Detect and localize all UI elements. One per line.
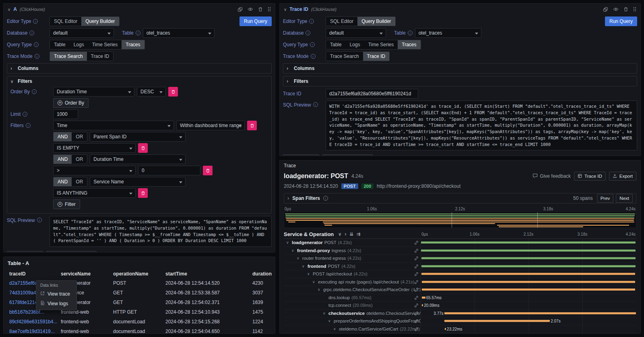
filter-operator-select[interactable]: >	[53, 166, 136, 175]
link-icon[interactable]	[414, 272, 419, 277]
hide-query-icon[interactable]	[248, 7, 253, 11]
span-bar[interactable]	[421, 273, 635, 275]
trace-mode-id[interactable]: Trace ID	[87, 52, 114, 61]
link-icon[interactable]	[414, 327, 419, 332]
table-select[interactable]: otel_traces	[415, 28, 481, 38]
query-type-logs[interactable]: Logs	[70, 40, 88, 49]
chevron-down-icon[interactable]	[284, 7, 287, 12]
filter-time-range-select[interactable]: Within dashboard time range	[176, 121, 245, 130]
cell-traceID[interactable]: 89cf4286e631591b4...	[8, 317, 59, 327]
bool-or[interactable]: OR	[72, 177, 87, 186]
query-type-logs[interactable]: Logs	[346, 40, 364, 49]
run-query-button[interactable]: Run Query	[605, 16, 637, 26]
cell-traceID[interactable]: 8ae7cefb19d31419...	[8, 327, 59, 334]
trace-id-input[interactable]	[326, 89, 418, 99]
editor-type-query-builder[interactable]: Query Builder	[81, 17, 119, 26]
bool-or[interactable]: OR	[72, 155, 87, 164]
query-type-traces[interactable]: Traces	[398, 40, 420, 49]
chevron-down-icon[interactable]	[302, 264, 306, 268]
drag-handle-icon[interactable]	[633, 7, 636, 12]
chevron-down-icon[interactable]	[307, 272, 311, 276]
chevron-down-icon[interactable]	[8, 7, 10, 12]
bool-or[interactable]: OR	[72, 132, 87, 141]
link-icon[interactable]	[414, 288, 419, 293]
link-icon[interactable]	[414, 303, 419, 308]
filter-operator-select[interactable]: IS EMPTY	[53, 143, 136, 153]
table-select[interactable]: otel_traces	[143, 28, 215, 38]
trace-mode-search[interactable]: Trace Search	[50, 52, 87, 61]
span-bar[interactable]	[421, 265, 636, 267]
query-type-table[interactable]: Table	[50, 40, 70, 49]
span-bar[interactable]	[422, 296, 425, 298]
drag-handle-icon[interactable]	[268, 7, 271, 12]
add-filter-button[interactable]: Filter	[53, 199, 80, 209]
query-type-table[interactable]: Table	[326, 40, 346, 49]
span-row[interactable]: grpc.oteldemo.CheckoutService/PlaceOrder…	[284, 286, 636, 294]
chevron-down-icon[interactable]	[333, 327, 337, 331]
remove-filter-button[interactable]	[138, 188, 148, 198]
menu-item-view-logs[interactable]: View logs	[36, 299, 76, 308]
span-row[interactable]: loadgeneratorPOST(4.23s)	[284, 239, 636, 247]
span-row[interactable]: frontendPOST(4.22s)	[284, 263, 636, 271]
span-bar[interactable]	[421, 257, 636, 259]
span-row[interactable]: router frontend egress(4.22s)	[284, 255, 636, 263]
collapse-one-icon[interactable]	[338, 232, 341, 237]
next-button[interactable]: Next	[616, 194, 633, 203]
filter-operator-select[interactable]: IS ANYTHING	[53, 188, 136, 198]
query-type-time-series[interactable]: Time Series	[364, 40, 398, 49]
editor-type-query-builder[interactable]: Query Builder	[357, 17, 395, 26]
prev-button[interactable]: Prev	[597, 194, 614, 203]
order-by-field-select[interactable]: Duration Time	[53, 87, 134, 97]
span-row[interactable]: tcp.connect(20.09ms)20.09ms	[284, 302, 636, 310]
column-header-serviceName[interactable]: serviceName	[59, 269, 111, 278]
chevron-down-icon[interactable]	[318, 288, 322, 292]
filters-section-header[interactable]: Filters	[7, 76, 271, 86]
columns-section-header[interactable]: Columns	[283, 64, 637, 73]
trace-id-button[interactable]: Trace ID	[574, 172, 606, 181]
bool-and[interactable]: AND	[54, 132, 72, 141]
editor-type-sql-editor[interactable]: SQL Editor	[326, 17, 357, 26]
span-row[interactable]: checkoutserviceoteldemo.CheckoutService/…	[284, 310, 636, 318]
link-icon[interactable]	[414, 240, 419, 246]
chevron-down-icon[interactable]	[323, 311, 327, 315]
span-bar[interactable]	[444, 312, 636, 314]
trace-mode-search[interactable]: Trace Search	[326, 52, 363, 61]
minimap-cursor[interactable]	[537, 212, 538, 228]
span-row[interactable]: cartserviceoteldemo.CartService/GetCart	[284, 333, 636, 333]
remove-query-icon[interactable]	[623, 7, 628, 12]
span-bar[interactable]	[422, 304, 423, 306]
span-filters-title[interactable]: Span Filters	[292, 195, 320, 201]
editor-type-sql-editor[interactable]: SQL Editor	[50, 17, 81, 26]
span-row[interactable]: frontend-proxyingress(4.22s)	[284, 247, 636, 255]
link-icon[interactable]	[414, 264, 419, 269]
column-header-startTime[interactable]: startTime	[164, 269, 251, 278]
span-bar[interactable]	[445, 328, 446, 330]
filter-field-select[interactable]: Parent Span ID	[90, 132, 186, 142]
run-query-button[interactable]: Run Query	[239, 16, 272, 26]
span-row[interactable]: oteldemo.CartService/GetCart(23.22ms)23.…	[284, 325, 636, 333]
span-row[interactable]: POST /api/checkout(4.22s)	[284, 270, 636, 278]
filter-field-select[interactable]: Duration Time	[90, 154, 186, 164]
bool-and[interactable]: AND	[54, 155, 72, 164]
trace-minimap[interactable]	[284, 212, 636, 228]
query-inspector-button[interactable]: Query inspector	[322, 154, 373, 156]
span-bar[interactable]	[422, 289, 635, 291]
filters-section-header[interactable]: Filters	[283, 76, 637, 86]
column-header-duration[interactable]: duration	[251, 269, 271, 278]
minimap-cursor[interactable]	[452, 212, 452, 228]
chevron-down-icon[interactable]	[286, 240, 290, 245]
database-select[interactable]: default	[326, 28, 386, 38]
span-bar[interactable]	[444, 320, 550, 322]
chevron-down-icon[interactable]	[291, 249, 295, 253]
span-bar[interactable]	[422, 281, 635, 283]
column-header-operationName[interactable]: operationName	[111, 269, 164, 278]
span-row[interactable]: executing api route (pages) /api/checkou…	[284, 278, 636, 286]
column-header-traceID[interactable]: traceID	[8, 269, 59, 278]
database-select[interactable]: default	[50, 28, 114, 38]
remove-filter-button[interactable]	[247, 121, 257, 130]
chevron-down-icon[interactable]	[297, 256, 301, 260]
export-button[interactable]: Export	[609, 172, 636, 181]
chevron-right-icon[interactable]	[287, 196, 289, 201]
remove-filter-button[interactable]	[138, 143, 148, 153]
order-by-direction-select[interactable]: DESC	[137, 87, 166, 97]
